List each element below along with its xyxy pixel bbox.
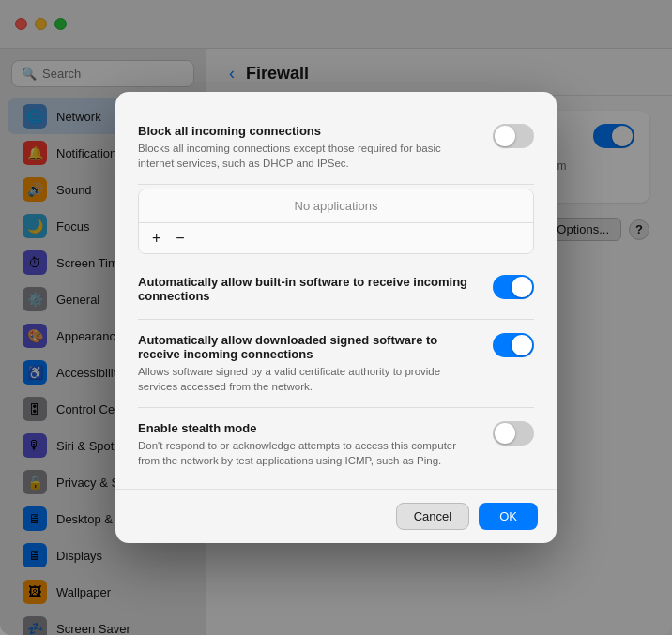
modal-body: Block all incoming connections Blocks al… bbox=[115, 92, 557, 482]
auto-allow-signed-toggle[interactable] bbox=[493, 333, 534, 357]
auto-allow-signed-row: Automatically allow downloaded signed so… bbox=[138, 320, 534, 408]
block-all-toggle[interactable] bbox=[493, 124, 534, 148]
stealth-toggle[interactable] bbox=[493, 421, 534, 446]
no-apps-label: No applications bbox=[139, 189, 533, 223]
modal-footer: Cancel OK bbox=[115, 489, 557, 543]
add-app-button[interactable]: + bbox=[148, 229, 164, 248]
block-all-title: Block all incoming connections bbox=[138, 124, 478, 138]
no-apps-actions: + − bbox=[139, 223, 533, 253]
auto-builtin-text: Automatically allow built-in software to… bbox=[138, 275, 478, 306]
block-all-text: Block all incoming connections Blocks al… bbox=[138, 124, 478, 171]
block-all-row: Block all incoming connections Blocks al… bbox=[138, 111, 534, 185]
firewall-options-modal: Block all incoming connections Blocks al… bbox=[115, 92, 557, 544]
stealth-row: Enable stealth mode Don't respond to or … bbox=[138, 408, 534, 481]
auto-builtin-title: Automatically allow built-in software to… bbox=[138, 275, 478, 303]
auto-signed-text: Automatically allow downloaded signed so… bbox=[138, 333, 478, 394]
ok-button[interactable]: OK bbox=[479, 503, 538, 530]
stealth-title: Enable stealth mode bbox=[138, 421, 478, 435]
modal-overlay: Block all incoming connections Blocks al… bbox=[0, 0, 672, 635]
stealth-text: Enable stealth mode Don't respond to or … bbox=[138, 421, 478, 468]
cancel-button[interactable]: Cancel bbox=[396, 503, 469, 530]
block-all-desc: Blocks all incoming connections except t… bbox=[138, 141, 478, 171]
auto-allow-builtin-row: Automatically allow built-in software to… bbox=[138, 262, 534, 320]
auto-allow-builtin-toggle[interactable] bbox=[493, 275, 534, 299]
auto-signed-desc: Allows software signed by a valid certif… bbox=[138, 364, 478, 394]
remove-app-button[interactable]: − bbox=[172, 229, 188, 248]
no-apps-section: No applications + − bbox=[138, 189, 534, 254]
auto-signed-title: Automatically allow downloaded signed so… bbox=[138, 333, 478, 361]
stealth-desc: Don't respond to or acknowledge attempts… bbox=[138, 438, 478, 468]
